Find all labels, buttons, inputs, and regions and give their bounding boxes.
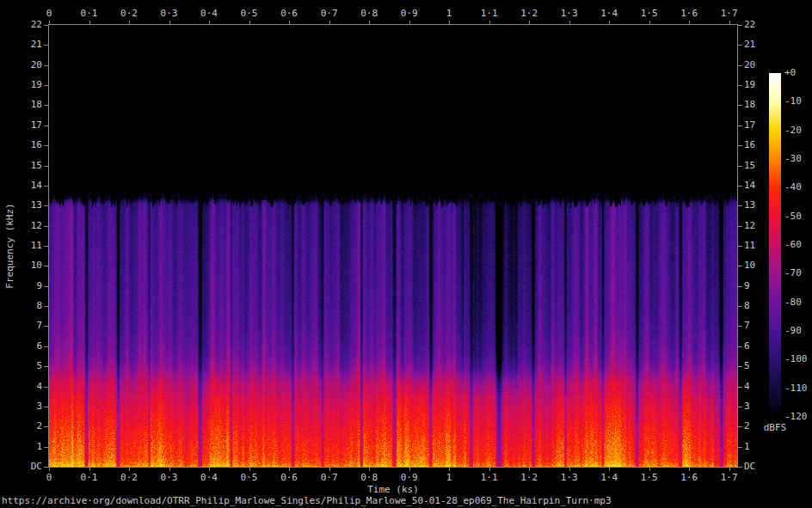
frequency-tick-mark (737, 346, 742, 347)
frequency-tick-label: 12 (31, 221, 42, 231)
time-tick-mark (129, 21, 130, 25)
frequency-tick-label: 18 (744, 100, 755, 110)
x-axis-title: Time (ks) (367, 485, 419, 495)
time-tick-mark (329, 467, 330, 471)
frequency-tick-label: 14 (744, 181, 755, 191)
time-tick-label: 1·2 (520, 473, 538, 483)
frequency-tick-mark (737, 125, 742, 126)
time-tick-mark (289, 467, 290, 471)
frequency-tick-label: 7 (744, 321, 750, 331)
frequency-tick-mark (44, 125, 49, 126)
frequency-tick-mark (737, 387, 742, 388)
time-tick-mark (529, 467, 530, 471)
time-tick-label: 1 (446, 473, 452, 483)
frequency-tick-label: 21 (744, 40, 755, 50)
frequency-tick-label: 21 (31, 40, 42, 50)
time-tick-mark (569, 21, 570, 25)
time-tick-label: 1 (446, 9, 452, 19)
time-tick-label: 1·1 (481, 473, 498, 483)
frequency-tick-mark (44, 306, 49, 307)
colorbar-tick-label: -70 (784, 268, 802, 278)
frequency-tick-mark (44, 426, 49, 427)
time-tick-label: 0·6 (280, 473, 298, 483)
time-tick-label: 0·5 (241, 9, 258, 19)
time-tick-label: 1·5 (641, 473, 658, 483)
frequency-tick-label: 6 (744, 341, 750, 352)
time-tick-mark (169, 467, 170, 471)
frequency-tick-mark (737, 426, 742, 427)
frequency-tick-label: 2 (744, 421, 750, 431)
frequency-tick-label: DC (744, 462, 755, 472)
colorbar-tick-label: -90 (784, 326, 802, 336)
frequency-tick-mark (737, 226, 742, 227)
frequency-tick-mark (737, 186, 742, 187)
time-tick-label: 0·8 (360, 9, 378, 19)
time-tick-label: 0 (46, 473, 52, 483)
time-tick-mark (209, 21, 210, 25)
frequency-tick-mark (44, 286, 49, 287)
colorbar-tick-label: -100 (784, 354, 808, 364)
colorbar (769, 73, 781, 417)
frequency-tick-label: 10 (31, 260, 42, 271)
frequency-tick-mark (737, 145, 742, 146)
frequency-tick-mark (44, 105, 49, 106)
frequency-tick-mark (737, 467, 742, 468)
time-tick-label: 1·7 (721, 473, 738, 483)
frequency-tick-label: 16 (744, 140, 755, 150)
time-tick-label: 1·1 (481, 9, 498, 19)
frequency-tick-label: 17 (31, 120, 42, 131)
frequency-tick-label: 6 (36, 341, 42, 352)
frequency-tick-label: 17 (744, 120, 755, 131)
frequency-tick-mark (44, 447, 49, 448)
frequency-tick-mark (737, 266, 742, 266)
frequency-tick-label: 4 (744, 382, 750, 392)
time-tick-label: 0·4 (200, 9, 218, 19)
time-tick-mark (609, 467, 610, 471)
time-tick-mark (169, 21, 170, 25)
colorbar-tick-label: -40 (784, 182, 802, 193)
frequency-tick-label: 22 (744, 20, 755, 30)
frequency-tick-mark (737, 246, 742, 247)
time-tick-mark (289, 21, 290, 25)
frequency-tick-mark (44, 346, 49, 347)
colorbar-tick-label: -60 (784, 240, 802, 250)
frequency-tick-mark (44, 326, 49, 327)
time-tick-mark (449, 21, 450, 25)
time-tick-mark (249, 467, 250, 471)
frequency-tick-label: 16 (31, 140, 42, 150)
colorbar-tick-label: -110 (784, 383, 808, 394)
frequency-tick-label: 9 (744, 281, 750, 291)
frequency-tick-label: DC (31, 462, 42, 472)
time-tick-label: 0·3 (161, 473, 178, 483)
frequency-tick-label: 5 (36, 361, 42, 371)
time-tick-mark (129, 467, 130, 471)
time-tick-mark (249, 21, 250, 25)
frequency-tick-mark (44, 266, 49, 266)
frequency-tick-label: 13 (744, 200, 755, 211)
time-tick-label: 0·5 (241, 473, 258, 483)
frequency-tick-label: 12 (744, 221, 755, 231)
colorbar-tick-label: -80 (784, 297, 802, 308)
frequency-tick-label: 11 (744, 241, 755, 251)
colorbar-tick-label: +0 (784, 68, 796, 78)
time-tick-mark (729, 21, 730, 25)
time-tick-label: 0·9 (401, 9, 418, 19)
time-tick-mark (369, 467, 370, 471)
time-tick-label: 0·8 (360, 473, 378, 483)
frequency-tick-mark (44, 65, 49, 66)
colorbar-tick-label: -50 (784, 211, 802, 222)
time-tick-label: 1·4 (600, 473, 618, 483)
time-tick-label: 0·6 (280, 9, 298, 19)
time-tick-mark (729, 467, 730, 471)
time-tick-label: 0·3 (161, 9, 178, 19)
time-tick-mark (49, 467, 50, 471)
frequency-tick-mark (737, 326, 742, 327)
time-tick-mark (369, 21, 370, 25)
frequency-tick-mark (44, 407, 49, 407)
frequency-tick-label: 20 (744, 60, 755, 70)
time-tick-mark (649, 21, 650, 25)
frequency-tick-mark (44, 387, 49, 388)
time-tick-mark (529, 21, 530, 25)
frequency-tick-label: 19 (744, 80, 755, 90)
frequency-tick-mark (44, 85, 49, 86)
